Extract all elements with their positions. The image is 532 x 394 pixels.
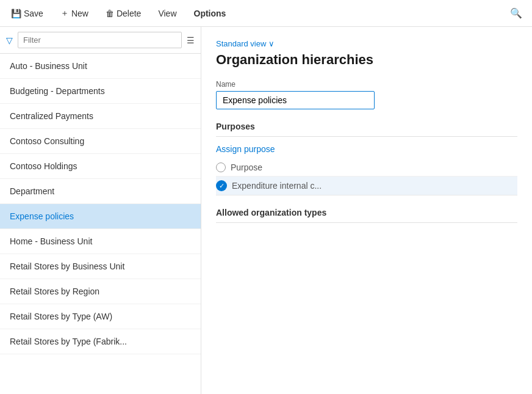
sidebar-item-retail-stores-bu[interactable]: Retail Stores by Business Unit: [0, 254, 201, 279]
purposes-title: Purposes: [216, 122, 517, 137]
view-label: View: [158, 9, 176, 18]
sidebar-item-centralized-payments[interactable]: Centralized Payments: [0, 104, 201, 129]
sidebar-item-retail-stores-region[interactable]: Retail Stores by Region: [0, 279, 201, 304]
save-button[interactable]: 💾 Save: [7, 6, 47, 21]
filter-input[interactable]: [18, 32, 182, 48]
radio-placeholder: [216, 162, 226, 172]
allowed-org-title: Allowed organization types: [216, 208, 517, 223]
chevron-down-icon: ∨: [268, 39, 275, 48]
sidebar-item-home-bu[interactable]: Home - Business Unit: [0, 229, 201, 254]
new-button[interactable]: ＋ New: [57, 5, 92, 21]
view-selector-label: Standard view: [216, 39, 266, 48]
allowed-org-section: Allowed organization types: [216, 208, 517, 223]
name-input[interactable]: [216, 91, 375, 109]
toolbar-search: 🔍: [508, 5, 525, 21]
sidebar: ▽ ☰ Auto - Business UnitBudgeting - Depa…: [0, 27, 201, 394]
save-icon: 💾: [11, 9, 21, 18]
view-button[interactable]: View: [154, 6, 180, 21]
search-icon: 🔍: [510, 8, 522, 18]
new-label: New: [71, 9, 88, 18]
sidebar-item-contoso-holdings[interactable]: Contoso Holdings: [0, 154, 201, 179]
sidebar-item-budgeting-dept[interactable]: Budgeting - Departments: [0, 79, 201, 104]
sidebar-header: ▽ ☰: [0, 27, 201, 54]
new-icon: ＋: [60, 8, 69, 19]
page-title: Organization hierarchies: [216, 52, 517, 68]
options-label: Options: [194, 9, 226, 18]
assign-purpose-link[interactable]: Assign purpose: [216, 144, 517, 154]
check-icon-0: ✓: [216, 180, 227, 191]
options-button[interactable]: Options: [190, 6, 230, 21]
sidebar-item-contoso-consulting[interactable]: Contoso Consulting: [0, 129, 201, 154]
sidebar-item-expense-policies[interactable]: Expense policies: [0, 204, 201, 229]
sidebar-item-retail-stores-type-fabrik[interactable]: Retail Stores by Type (Fabrik...: [0, 329, 201, 354]
purposes-section: Purposes Assign purpose Purpose ✓ Expend…: [216, 122, 517, 195]
purpose-row-0[interactable]: ✓ Expenditure internal c...: [216, 177, 517, 195]
delete-icon: 🗑: [106, 9, 114, 18]
main-layout: ▽ ☰ Auto - Business UnitBudgeting - Depa…: [0, 27, 532, 394]
sidebar-item-retail-stores-type-aw[interactable]: Retail Stores by Type (AW): [0, 304, 201, 329]
filter-icon: ▽: [6, 35, 13, 45]
delete-button[interactable]: 🗑 Delete: [102, 6, 145, 21]
content-area: Standard view ∨ Organization hierarchies…: [201, 27, 532, 394]
purpose-column-header: Purpose: [231, 162, 262, 172]
sidebar-item-department[interactable]: Department: [0, 179, 201, 204]
search-button[interactable]: 🔍: [508, 5, 525, 21]
purpose-header-row: Purpose: [216, 159, 517, 177]
save-label: Save: [24, 9, 43, 18]
sidebar-item-auto-bu[interactable]: Auto - Business Unit: [0, 54, 201, 79]
name-field-label: Name: [216, 80, 517, 89]
view-selector[interactable]: Standard view ∨: [216, 39, 517, 48]
sidebar-list: Auto - Business UnitBudgeting - Departme…: [0, 54, 201, 394]
toolbar: 💾 Save ＋ New 🗑 Delete View Options 🔍: [0, 0, 532, 27]
hamburger-icon: ☰: [187, 35, 195, 45]
delete-label: Delete: [117, 9, 141, 18]
purpose-label-0: Expenditure internal c...: [232, 181, 322, 191]
